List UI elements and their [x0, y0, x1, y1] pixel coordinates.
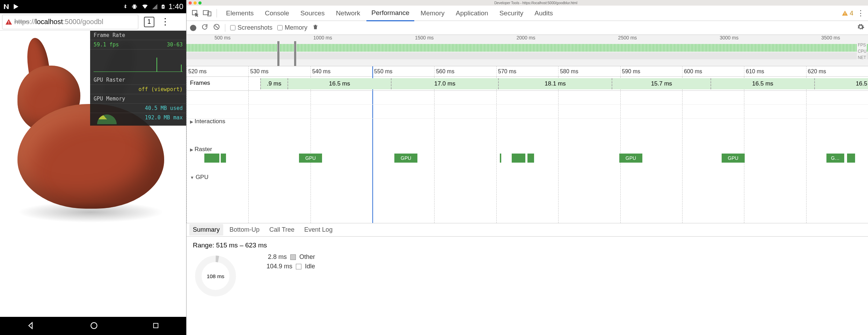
frame-slice[interactable]: 16.5 ms: [710, 78, 814, 89]
settings-icon[interactable]: [857, 23, 865, 32]
collapse-icon[interactable]: [190, 174, 194, 181]
wifi-icon: [141, 3, 149, 10]
overview-lane-label: CPU: [858, 49, 867, 54]
devtools-menu-icon[interactable]: ⋮: [857, 9, 865, 18]
overview-tick: 3500 ms: [821, 35, 840, 40]
overview-selection[interactable]: [277, 41, 296, 66]
url-box[interactable]: https://localhost:5000/goodbl: [2, 15, 138, 29]
window-title: Developer Tools - https://localhost:5000…: [494, 1, 577, 5]
frame-slice[interactable]: 15.7 ms: [612, 78, 710, 89]
overview-tick: 2000 ms: [517, 35, 535, 40]
ruler-tick: 530 ms: [248, 66, 310, 76]
fps-value: 59.1 fps: [94, 42, 119, 48]
overview-tick: 3000 ms: [720, 35, 738, 40]
flamechart[interactable]: 520 ms530 ms540 ms550 ms560 ms570 ms580 …: [187, 66, 868, 223]
tab-elements[interactable]: Elements: [221, 6, 258, 21]
tab-memory[interactable]: Memory: [416, 6, 450, 21]
tab-application[interactable]: Application: [451, 6, 493, 21]
summary-tab-event log[interactable]: Event Log: [301, 224, 336, 236]
ruler-tick: 600 ms: [682, 66, 744, 76]
summary-tab-bottom-up[interactable]: Bottom-Up: [226, 224, 263, 236]
inspect-icon[interactable]: [190, 8, 200, 18]
page-viewport: Frame Rate 59.1 fps30-63 GPU Raster off …: [0, 31, 186, 317]
gpu-slice[interactable]: [527, 154, 534, 163]
overview-lane-label: FPS: [858, 43, 867, 47]
svg-point-0: [91, 322, 97, 328]
devtools-main-tabs: ElementsConsoleSourcesNetworkPerformance…: [187, 6, 868, 21]
frame-slice[interactable]: 16.5 ms: [287, 78, 391, 89]
summary-tab-call tree[interactable]: Call Tree: [266, 224, 298, 236]
home-button[interactable]: [89, 321, 99, 331]
tab-audits[interactable]: Audits: [530, 6, 558, 21]
ruler-tick: 540 ms: [311, 66, 372, 76]
ruler-tick: 520 ms: [187, 66, 248, 76]
gpu-slice[interactable]: [221, 154, 226, 163]
gpu-slice[interactable]: [847, 154, 855, 163]
warnings-badge[interactable]: 4: [842, 9, 853, 17]
gpu-slice[interactable]: G…: [826, 154, 844, 163]
bluetooth-icon: [122, 3, 128, 10]
gpu-slice[interactable]: [512, 154, 525, 163]
perf-toolbar: Screenshots Memory: [187, 21, 868, 35]
overview-timeline[interactable]: 500 ms1000 ms1500 ms2000 ms2500 ms3000 m…: [187, 35, 868, 66]
gpu-slice[interactable]: GPU: [394, 154, 417, 163]
overview-lane-label: NET: [858, 55, 867, 60]
summary-donut: 108 ms: [193, 253, 238, 299]
ruler-tick: 550 ms: [372, 66, 434, 76]
svg-rect-1: [153, 323, 158, 328]
signal-icon: [152, 3, 158, 10]
tab-network[interactable]: Network: [331, 6, 365, 21]
android-statusbar: 1:40: [0, 0, 186, 13]
tab-switcher[interactable]: 1: [144, 17, 154, 27]
donut-total: 108 ms: [207, 273, 225, 279]
n-icon: [3, 3, 10, 10]
frame-slice[interactable]: 18.1 ms: [498, 78, 612, 89]
tab-sources[interactable]: Sources: [296, 6, 330, 21]
traffic-close[interactable]: [189, 1, 192, 5]
frames-track: Frames .9 ms16.5 ms17.0 ms18.1 ms15.7 ms…: [187, 77, 868, 91]
range-text: Range: 515 ms – 623 ms: [193, 241, 862, 249]
summary-panel: SummaryBottom-UpCall TreeEvent Log Range…: [187, 223, 868, 335]
frame-slice[interactable]: .9 ms: [260, 78, 287, 89]
screenshots-checkbox[interactable]: Screenshots: [230, 24, 272, 31]
gpu-raster-value: off (viewport): [139, 86, 183, 92]
vibrate-icon: [131, 3, 138, 10]
clear-button[interactable]: [213, 23, 220, 32]
tab-console[interactable]: Console: [260, 6, 294, 21]
tab-performance[interactable]: Performance: [366, 6, 414, 21]
device-toggle-icon[interactable]: [202, 8, 212, 18]
gpu-track-label: GPU: [196, 174, 209, 181]
gpu-slice[interactable]: GPU: [722, 154, 745, 163]
ruler-tick: 620 ms: [806, 66, 868, 76]
gc-button[interactable]: [312, 23, 319, 32]
window-titlebar: Developer Tools - https://localhost:5000…: [187, 0, 868, 6]
gpu-slice[interactable]: GPU: [619, 154, 642, 163]
frame-slice[interactable]: 16.5 ms: [814, 78, 868, 89]
frames-track-label: Frames: [190, 80, 210, 87]
ruler-tick: 580 ms: [558, 66, 620, 76]
fps-sparkline: [94, 51, 183, 72]
overview-tick: 2500 ms: [618, 35, 637, 40]
memory-checkbox[interactable]: Memory: [277, 24, 307, 31]
frame-slice[interactable]: 17.0 ms: [391, 78, 498, 89]
framerate-label: Frame Rate: [94, 32, 125, 38]
devtools-window: Developer Tools - https://localhost:5000…: [186, 0, 868, 335]
back-button[interactable]: [27, 321, 36, 331]
browser-addressbar: https://localhost:5000/goodbl 1 ⋮: [0, 13, 186, 31]
gpu-mem-used: 40.5 MB used: [145, 105, 183, 111]
browser-menu[interactable]: ⋮: [161, 16, 170, 27]
gpu-slice[interactable]: [500, 154, 501, 163]
reload-button[interactable]: [201, 23, 208, 32]
insecure-icon: [5, 18, 12, 25]
summary-tab-summary[interactable]: Summary: [189, 224, 223, 236]
tab-security[interactable]: Security: [495, 6, 528, 21]
clock: 1:40: [168, 2, 183, 11]
gpu-slice[interactable]: [204, 154, 219, 163]
ruler-tick: 570 ms: [496, 66, 558, 76]
gpu-slice[interactable]: GPU: [299, 154, 322, 163]
traffic-min[interactable]: [194, 1, 197, 5]
recents-button[interactable]: [152, 322, 160, 330]
record-button[interactable]: [190, 25, 196, 31]
traffic-max[interactable]: [198, 1, 202, 5]
android-navbar: [0, 317, 186, 335]
